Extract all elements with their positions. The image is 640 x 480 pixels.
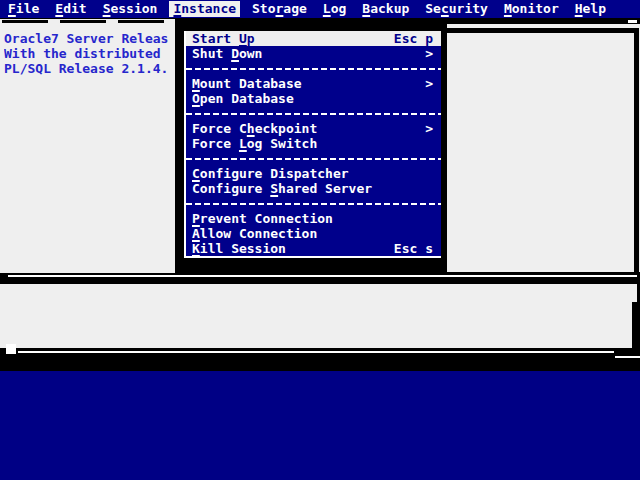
instance-dropdown-menu: Start UpEsc pShut Down>Mount Database>Op…	[184, 31, 441, 258]
menu-item-label: Kill Session	[192, 241, 286, 256]
menu-item-mount-database[interactable]: Mount Database>	[186, 76, 441, 91]
mnemonic-letter: K	[192, 241, 200, 256]
accelerator-label: Esc s	[394, 241, 433, 256]
hidden-window-border-line	[8, 275, 637, 277]
submenu-arrow-icon: >	[425, 76, 433, 91]
menubar-item-edit[interactable]: Edit	[51, 1, 90, 17]
menu-item-label: Configure Shared Server	[192, 181, 372, 196]
right-window	[447, 24, 640, 272]
menu-separator	[186, 196, 441, 211]
submenu-arrow-icon: >	[425, 121, 433, 136]
status-window	[0, 284, 637, 348]
command-panel	[0, 371, 640, 480]
mnemonic-letter: P	[192, 211, 200, 226]
menu-item-label: Configure Dispatcher	[192, 166, 349, 181]
window-corner-notch	[6, 344, 16, 354]
menubar-item-monitor[interactable]: Monitor	[500, 1, 563, 17]
right-window-right-border	[634, 28, 639, 272]
mnemonic-letter: O	[192, 91, 200, 106]
menu-item-label: Shut Down	[192, 46, 262, 61]
mnemonic-letter: I	[173, 1, 181, 16]
menu-item-force-checkpoint[interactable]: Force Checkpoint>	[186, 121, 441, 136]
menu-item-label: Allow Connection	[192, 226, 317, 241]
menu-item-label: Prevent Connection	[192, 211, 333, 226]
output-line: With the distributed	[4, 46, 175, 61]
menu-item-label: Start Up	[192, 31, 255, 46]
menu-item-configure-dispatcher[interactable]: Configure Dispatcher	[186, 166, 441, 181]
accelerator-label: Esc p	[394, 31, 433, 46]
mnemonic-letter: H	[575, 1, 583, 16]
menubar-item-backup[interactable]: Backup	[358, 1, 413, 17]
mnemonic-letter: A	[192, 226, 200, 241]
mnemonic-letter: S	[103, 1, 111, 16]
mnemonic-letter: M	[504, 1, 512, 16]
menu-item-label: Mount Database	[192, 76, 302, 91]
menu-separator	[186, 106, 441, 121]
menubar-item-security[interactable]: Security	[421, 1, 492, 17]
menu-item-label: Force Log Switch	[192, 136, 317, 151]
mnemonic-letter: U	[239, 31, 247, 46]
output-line: Oracle7 Server Releas	[4, 31, 175, 46]
menu-item-shut-down[interactable]: Shut Down>	[186, 46, 441, 61]
mnemonic-letter: E	[55, 1, 63, 16]
window-corner-dash	[628, 20, 637, 23]
lower-window-border-line-right	[615, 356, 640, 358]
menubar-item-help[interactable]: Help	[571, 1, 610, 17]
mnemonic-letter: D	[231, 46, 239, 61]
mnemonic-letter: F	[8, 1, 16, 16]
submenu-arrow-icon: >	[425, 46, 433, 61]
menubar-item-log[interactable]: Log	[319, 1, 350, 17]
mnemonic-letter: C	[192, 166, 200, 181]
mnemonic-letter: r	[276, 1, 284, 16]
menubar-item-file[interactable]: File	[4, 1, 43, 17]
mnemonic-letter: L	[323, 1, 331, 16]
mnemonic-letter: B	[362, 1, 370, 16]
lower-window-border-line	[18, 351, 614, 353]
menu-item-allow-connection[interactable]: Allow Connection	[186, 226, 441, 241]
menu-separator	[186, 151, 441, 166]
mnemonic-letter: c	[441, 1, 449, 16]
menu-item-label: Open Database	[192, 91, 294, 106]
mnemonic-letter: M	[192, 76, 200, 91]
menubar-item-instance[interactable]: Instance	[169, 1, 240, 17]
output-line: PL/SQL Release 2.1.4.	[4, 61, 175, 76]
screen: FileEditSessionInstanceStorageLogBackupS…	[0, 0, 640, 480]
menu-item-label: Force Checkpoint	[192, 121, 317, 136]
menu-item-prevent-connection[interactable]: Prevent Connection	[186, 211, 441, 226]
menu-item-open-database[interactable]: Open Database	[186, 91, 441, 106]
right-window-top-border	[447, 28, 634, 33]
server-output-text: Oracle7 Server ReleasWith the distribute…	[0, 19, 175, 76]
mnemonic-letter: h	[247, 121, 255, 136]
server-output-window: Oracle7 Server ReleasWith the distribute…	[0, 19, 177, 273]
menu-item-force-log-switch[interactable]: Force Log Switch	[186, 136, 441, 151]
menu-item-kill-session[interactable]: Kill SessionEsc s	[186, 241, 441, 256]
mnemonic-letter: S	[270, 181, 278, 196]
menu-item-configure-shared-server[interactable]: Configure Shared Server	[186, 181, 441, 196]
menubar-item-session[interactable]: Session	[99, 1, 162, 17]
menu-bar: FileEditSessionInstanceStorageLogBackupS…	[0, 0, 640, 18]
menu-separator	[186, 61, 441, 76]
menubar-item-storage[interactable]: Storage	[248, 1, 311, 17]
mnemonic-letter: L	[239, 136, 247, 151]
window-top-border	[2, 20, 173, 23]
menu-item-start-up[interactable]: Start UpEsc p	[186, 31, 441, 46]
status-window-right-border	[632, 302, 637, 348]
